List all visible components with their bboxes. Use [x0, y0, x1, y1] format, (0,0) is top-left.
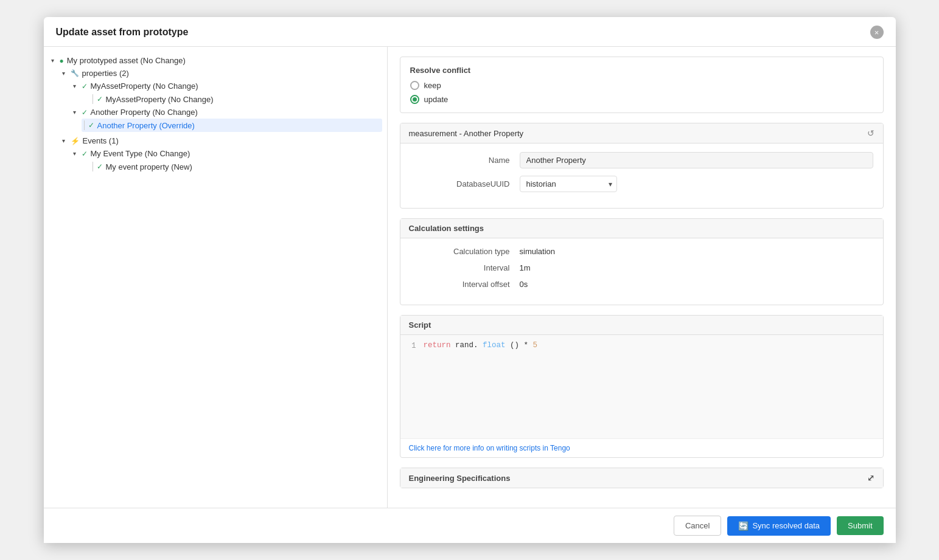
- modal-header: Update asset from prototype ×: [44, 17, 896, 47]
- tree-node-myevent[interactable]: ▾ ✓ My Event Type (No Change): [71, 147, 382, 160]
- script-section: Script 1 return rand. float () * 5: [400, 315, 884, 458]
- chevron-icon: ▾: [62, 70, 71, 77]
- tree-node-another1b[interactable]: ✓ Another Property (Override): [82, 119, 382, 132]
- keyword-return: return: [424, 341, 451, 350]
- radio-update-label: update: [424, 95, 449, 104]
- sync-label: Sync resolved data: [752, 521, 820, 530]
- calc-type-label: Calculation type: [410, 247, 520, 256]
- modal-title: Update asset from prototype: [56, 27, 189, 38]
- cancel-button[interactable]: Cancel: [674, 516, 721, 536]
- dbuuid-select-wrapper: historian default influx: [520, 176, 617, 192]
- radio-keep-row[interactable]: keep: [410, 81, 873, 90]
- interval-offset-value: 0s: [520, 280, 528, 289]
- submit-button[interactable]: Submit: [837, 516, 883, 535]
- modal: Update asset from prototype × ▾ ● My pro…: [44, 17, 896, 543]
- check-icon: ✓: [88, 121, 94, 130]
- radio-update-row[interactable]: update: [410, 95, 873, 104]
- modal-footer: Cancel 🔄 Sync resolved data Submit: [44, 508, 896, 543]
- tree-node-myasset1[interactable]: ▾ ✓ MyAssetProperty (No Change): [71, 80, 382, 92]
- check-icon: ✓: [82, 82, 88, 91]
- keyword-method: float: [483, 341, 506, 350]
- interval-value: 1m: [520, 263, 531, 272]
- chevron-icon: ▾: [73, 109, 82, 116]
- name-input[interactable]: [520, 152, 873, 168]
- modal-body: ▾ ● My prototyped asset (No Change) ▾ 🔧 …: [44, 47, 896, 508]
- resolve-conflict-section: Resolve conflict keep update: [400, 57, 884, 113]
- dbuuid-label: DatabaseUUID: [410, 179, 520, 188]
- engineering-section: Engineering Specifications ⤢: [400, 468, 884, 488]
- interval-row: Interval 1m: [410, 263, 873, 272]
- line-number-1: 1: [400, 341, 424, 350]
- calc-type-row: Calculation type simulation: [410, 247, 873, 256]
- measurement-header: measurement - Another Property ↺: [400, 123, 883, 143]
- radio-keep[interactable]: [410, 81, 419, 90]
- reset-icon[interactable]: ↺: [867, 128, 874, 138]
- tree-node-label: Another Property (Override): [97, 121, 195, 130]
- code-text: () *: [510, 341, 533, 350]
- tree-node-myeventprop[interactable]: ✓ My event property (New): [82, 160, 382, 173]
- chevron-icon: ▾: [62, 137, 71, 144]
- right-panel: Resolve conflict keep update measurement…: [388, 47, 896, 508]
- sync-icon: 🔄: [738, 521, 749, 531]
- interval-label: Interval: [410, 263, 520, 272]
- chevron-icon: ▾: [73, 83, 82, 89]
- check-icon: ✓: [97, 95, 103, 103]
- calculation-header: Calculation settings: [400, 219, 883, 238]
- tree-node-label: MyAssetProperty (No Change): [106, 95, 214, 104]
- script-header: Script: [400, 316, 883, 335]
- tree-node-label: MyAssetProperty (No Change): [91, 81, 198, 91]
- tree-node-label: My Event Type (No Change): [91, 149, 190, 158]
- resolve-conflict-title: Resolve conflict: [410, 66, 873, 75]
- tree-node-root[interactable]: ▾ ● My prototyped asset (No Change): [49, 54, 382, 67]
- tree-node-another1[interactable]: ▾ ✓ Another Property (No Change): [71, 106, 382, 119]
- measurement-body: Name DatabaseUUID historian default infl…: [400, 143, 883, 208]
- tree-node-label: properties (2): [82, 69, 129, 78]
- engineering-header: Engineering Specifications ⤢: [400, 468, 883, 488]
- bolt-icon: ⚡: [71, 137, 80, 145]
- tree-node-label: My prototyped asset (No Change): [67, 56, 186, 65]
- calculation-section: Calculation settings Calculation type si…: [400, 218, 884, 305]
- engineering-title: Engineering Specifications: [409, 474, 511, 483]
- name-row: Name: [410, 152, 873, 168]
- measurement-section: measurement - Another Property ↺ Name Da…: [400, 123, 884, 209]
- tree-node-properties[interactable]: ▾ 🔧 properties (2): [60, 67, 382, 80]
- close-button[interactable]: ×: [870, 26, 884, 39]
- wrench-icon: 🔧: [71, 69, 79, 77]
- sync-button[interactable]: 🔄 Sync resolved data: [727, 516, 831, 536]
- dbuuid-row: DatabaseUUID historian default influx: [410, 176, 873, 192]
- chevron-icon: ▾: [73, 150, 82, 157]
- check-icon: ✓: [97, 162, 103, 171]
- keyword-number: 5: [533, 341, 538, 350]
- tree-node-myasset1b[interactable]: ✓ MyAssetProperty (No Change): [82, 92, 382, 106]
- interval-offset-row: Interval offset 0s: [410, 280, 873, 289]
- tree-node-label: My event property (New): [106, 162, 192, 171]
- measurement-title: measurement - Another Property: [409, 129, 524, 138]
- code-line-1: 1 return rand. float () * 5: [400, 341, 883, 350]
- code-editor[interactable]: 1 return rand. float () * 5: [400, 335, 883, 438]
- interval-offset-label: Interval offset: [410, 280, 520, 289]
- tree-node-events[interactable]: ▾ ⚡ Events (1): [60, 134, 382, 147]
- code-content-1: return rand. float () * 5: [424, 341, 883, 350]
- script-body: 1 return rand. float () * 5 Click here f…: [400, 335, 883, 457]
- name-label: Name: [410, 156, 520, 165]
- radio-update[interactable]: [410, 95, 419, 104]
- check-icon: ✓: [82, 150, 88, 158]
- dbuuid-select[interactable]: historian default influx: [520, 176, 617, 192]
- left-panel: ▾ ● My prototyped asset (No Change) ▾ 🔧 …: [44, 47, 388, 508]
- check-icon: ✓: [82, 108, 88, 117]
- script-help-link[interactable]: Click here for more info on writing scri…: [400, 438, 883, 457]
- check-circle-icon: ●: [60, 57, 64, 65]
- tree-node-label: Another Property (No Change): [91, 108, 198, 117]
- expand-icon[interactable]: ⤢: [867, 473, 874, 483]
- code-text: rand.: [455, 341, 478, 350]
- calc-type-value: simulation: [520, 247, 556, 256]
- calculation-body: Calculation type simulation Interval 1m …: [400, 238, 883, 305]
- radio-keep-label: keep: [424, 81, 441, 90]
- tree-node-label: Events (1): [83, 136, 119, 145]
- chevron-icon: ▾: [51, 57, 60, 64]
